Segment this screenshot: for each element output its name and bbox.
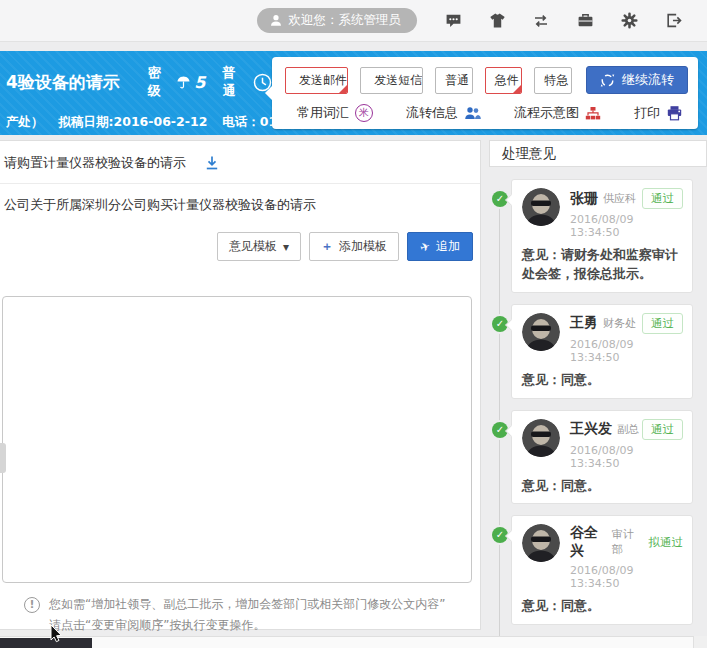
- message-icon[interactable]: [431, 6, 475, 36]
- users-icon: [464, 106, 481, 121]
- approval-comment: 意见：同意。: [522, 477, 683, 496]
- opinion-toolbar: 意见模板 ▾ ＋ 添加模板 ✈ 追加: [0, 232, 480, 261]
- plus-icon: ＋: [321, 238, 333, 255]
- switch-icon[interactable]: [519, 6, 563, 36]
- approver-dept: 财务处: [603, 316, 636, 331]
- notice-line-2: 请点击“变更审阅顺序”按执行变更操作。: [49, 615, 445, 636]
- flow-chart-link[interactable]: 流程示意图: [514, 104, 601, 122]
- caret-down-icon: ▾: [283, 240, 289, 254]
- approver-name: 谷全兴: [570, 524, 607, 560]
- attachment-row: 请购置计量仪器校验设备的请示: [0, 141, 480, 183]
- approval-date: 2016/08/09 13:34:50: [570, 444, 683, 470]
- opinion-card: ✓ 王勇 财务处 通过 2016/08/09 13:34:50 意见：同意。: [511, 304, 693, 399]
- user-welcome-pill[interactable]: 欢迎您：系统管理员: [257, 8, 418, 33]
- continue-flow-label: 继续流转: [622, 71, 674, 89]
- horizontal-scrollbar[interactable]: [0, 636, 707, 648]
- common-words-label: 常用词汇: [297, 104, 349, 122]
- action-panel: 发送邮件 发送短信 普通 急件 特急 继续流转 常用词汇 米 流转信: [272, 57, 698, 129]
- approver-name: 王兴发: [570, 420, 612, 438]
- avatar: [522, 524, 560, 562]
- opinion-textarea[interactable]: [2, 296, 472, 583]
- theme-icon[interactable]: [475, 6, 519, 36]
- doc-meta-row: 产处） 拟稿日期:2016-06-2-12 电话：010-581112568: [6, 114, 272, 131]
- approver-dept: 副总: [617, 422, 639, 437]
- approval-date: 2016/08/09 13:34:50: [570, 338, 683, 364]
- document-header: 4验设备的请示 密级 5 普通 产处） 拟稿日期:2016-06-2: [0, 51, 707, 135]
- status-badge: 通过: [642, 313, 683, 334]
- status-badge: 通过: [642, 188, 683, 209]
- approval-comment: 意见：同意。: [522, 371, 683, 390]
- opinion-template-label: 意见模板: [229, 238, 277, 255]
- opinion-card: ✓ 张珊 供应科 通过 2016/08/09 13:34:50 意见：请财务处和…: [511, 179, 693, 293]
- priority-urgent-button[interactable]: 急件: [485, 67, 523, 94]
- approval-comment: 意见：同意。: [522, 597, 683, 616]
- approval-comment: 意见：请财务处和监察审计处会签，报徐总批示。: [522, 246, 683, 284]
- notice-line-1: 您如需“增加社领导、副总工批示，增加会签部门或相关部门修改公文内容”: [49, 594, 445, 615]
- approver-name: 王勇: [570, 314, 598, 332]
- print-link[interactable]: 打印: [634, 104, 683, 122]
- action-row-secondary: 常用词汇 米 流转信息 流程示意图 打印: [272, 98, 698, 122]
- secrecy-level: 密级 5: [148, 64, 206, 100]
- paper-plane-icon: ✈: [418, 238, 432, 255]
- priority-extra-button[interactable]: 特急: [534, 67, 572, 94]
- common-words-link[interactable]: 常用词汇 米: [297, 104, 373, 122]
- briefcase-icon[interactable]: [563, 6, 607, 36]
- opinion-card: ✓ 谷全兴 审计部 拟通过 2016/08/09 13:34:50 意见：同意。: [511, 515, 693, 625]
- opinion-template-dropdown[interactable]: 意见模板 ▾: [217, 232, 301, 261]
- doc-draft-date: 拟稿日期:2016-06-2-12: [59, 114, 208, 131]
- approval-date: 2016/08/09 13:34:50: [570, 564, 683, 590]
- action-row-primary: 发送邮件 发送短信 普通 急件 特急 继续流转: [272, 57, 698, 98]
- scrollbar-thumb[interactable]: [0, 638, 92, 648]
- opinions-title: 处理意见: [489, 140, 707, 167]
- scrollbar-corner: [693, 636, 707, 648]
- append-label: 追加: [436, 238, 460, 255]
- notice-text: 您如需“增加社领导、副总工批示，增加会签部门或相关部门修改公文内容” 请点击“变…: [49, 594, 445, 636]
- umbrella-icon: [176, 75, 191, 90]
- send-sms-button[interactable]: 发送短信: [360, 67, 423, 94]
- opinions-panel: 处理意见 ✓ 张珊 供应科 通过 2016/08/09 13:34:50: [489, 140, 707, 648]
- send-mail-button[interactable]: 发送邮件: [285, 67, 348, 94]
- welcome-text: 欢迎您：系统管理员: [289, 12, 402, 29]
- append-button[interactable]: ✈ 追加: [407, 232, 473, 261]
- word-circle-icon: 米: [355, 104, 373, 122]
- avatar: [522, 419, 560, 457]
- doc-dept: 产处）: [6, 114, 44, 131]
- secrecy-value: 5: [194, 73, 205, 92]
- opinion-card: ✓ 王兴发 副总 通过 2016/08/09 13:34:50 意见：同意。: [511, 410, 693, 505]
- approver-name: 张珊: [570, 190, 598, 208]
- continue-flow-button[interactable]: 继续流转: [586, 66, 688, 94]
- info-icon: !: [24, 597, 40, 613]
- refresh-icon: [600, 73, 615, 88]
- print-label: 打印: [634, 104, 660, 122]
- printer-icon: [666, 105, 683, 121]
- document-subject: 公司关于所属深圳分公司购买计量仪器校验设备的请示: [0, 184, 480, 226]
- user-icon: [269, 13, 283, 28]
- topbar: 欢迎您：系统管理员: [0, 0, 707, 42]
- avatar: [522, 313, 560, 351]
- urgency-label: 普通: [222, 64, 248, 100]
- footer-notice: ! 您如需“增加社领导、副总工批示，增加会签部门或相关部门修改公文内容” 请点击…: [24, 594, 470, 636]
- download-icon[interactable]: [204, 155, 220, 171]
- approver-dept: 供应科: [603, 191, 636, 206]
- approval-date: 2016/08/09 13:34:50: [570, 213, 683, 239]
- flow-info-label: 流转信息: [406, 104, 458, 122]
- clipped-side-element: [0, 443, 6, 473]
- status-badge: 通过: [642, 419, 683, 440]
- card-notch: [505, 531, 516, 542]
- attachment-title: 请购置计量仪器校验设备的请示: [4, 154, 186, 172]
- flow-chart-label: 流程示意图: [514, 104, 579, 122]
- add-template-button[interactable]: ＋ 添加模板: [309, 232, 399, 261]
- settings-icon[interactable]: [607, 6, 651, 36]
- avatar: [522, 188, 560, 226]
- topbar-icons: [431, 6, 695, 36]
- status-badge: 拟通过: [641, 533, 684, 552]
- priority-normal-button[interactable]: 普通: [435, 67, 473, 94]
- orgchart-icon: [585, 106, 601, 121]
- logout-icon[interactable]: [651, 6, 695, 36]
- document-header-left: 4验设备的请示 密级 5 普通 产处） 拟稿日期:2016-06-2: [6, 51, 272, 135]
- opinions-timeline: ✓ 张珊 供应科 通过 2016/08/09 13:34:50 意见：请财务处和…: [489, 179, 707, 648]
- doc-title: 4验设备的请示: [6, 71, 120, 94]
- document-card: 请购置计量仪器校验设备的请示 公司关于所属深圳分公司购买计量仪器校验设备的请示 …: [0, 140, 481, 630]
- approver-dept: 审计部: [612, 527, 641, 557]
- flow-info-link[interactable]: 流转信息: [406, 104, 481, 122]
